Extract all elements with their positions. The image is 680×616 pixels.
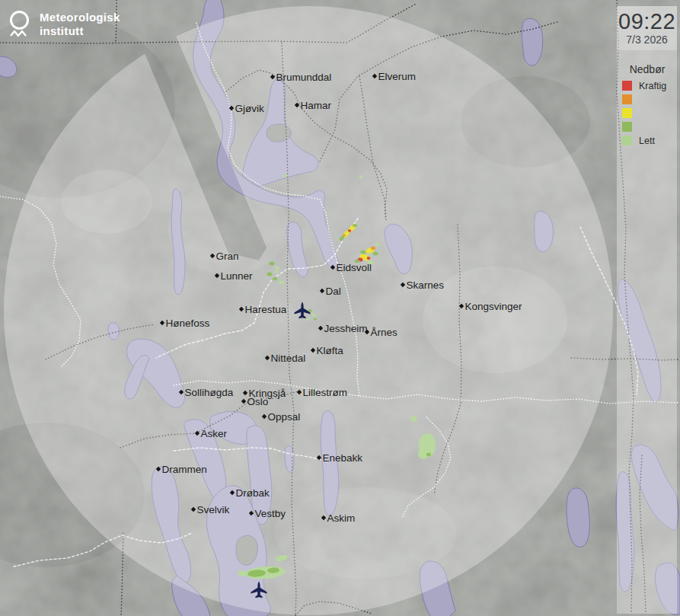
legend-item-moderate (622, 122, 677, 132)
precip-cell-light (305, 318, 309, 321)
town-label: Vestby (255, 508, 286, 519)
clock-time: 09:22 (618, 10, 675, 33)
legend-label: Kraftig (639, 81, 666, 91)
town-label: Svelvik (197, 504, 230, 515)
precip-cell-intense (343, 235, 346, 237)
legend-swatch-moderate (622, 122, 632, 132)
town-label: Asker (201, 428, 228, 439)
town-lillestrøm: Lillestrøm (297, 387, 347, 398)
legend-swatch-intense (622, 94, 632, 104)
town-label: Hamar (301, 100, 332, 111)
precipitation-legend: Nedbør Kraftig Lett (617, 63, 677, 145)
town-label: Brumunddal (276, 72, 332, 83)
town-label: Enebakk (323, 452, 363, 464)
town-label: Harestua (245, 304, 287, 315)
town-lunner: Lunner (215, 270, 253, 282)
town-label: Nittedal (271, 353, 306, 364)
town-label: Oppsal (268, 411, 301, 423)
town-label: Lunner (221, 270, 254, 282)
precip-cell-moderate (270, 262, 275, 266)
precip-cell-intense (371, 247, 375, 250)
logo-text: Meteorologisk institutt (40, 8, 120, 39)
town-label: Drammen (162, 464, 207, 475)
precip-cell-moderate (361, 251, 366, 254)
town-skarnes: Skarnes (401, 279, 444, 291)
town-label: Oslo (247, 396, 269, 407)
precip-cell-light (375, 243, 380, 246)
radar-map: BrumunddalElverumGjøvikHamarGranLunnerEi… (0, 0, 680, 616)
met-logo-icon (9, 8, 29, 37)
town-label: Sollihøgda (185, 387, 234, 398)
town-svelvik: Svelvik (191, 504, 230, 515)
town-label: Drøbak (236, 487, 270, 499)
legend-swatch-extreme (622, 81, 632, 91)
legend-item-heavy (622, 108, 677, 118)
legend-item-kraftig: Kraftig (622, 81, 677, 91)
town-brumunddal: Brumunddal (270, 72, 331, 83)
legend-title: Nedbør (622, 63, 677, 75)
town-drøbak: Drøbak (230, 487, 270, 499)
legend-item-lett: Lett (622, 136, 677, 145)
town-label: Lillestrøm (303, 387, 348, 398)
town-elverum: Elverum (372, 71, 416, 82)
town-nittedal: Nittedal (265, 353, 305, 364)
precip-cell-light (238, 570, 247, 576)
side-panel: 09:22 7/3 2026 Nedbør Kraftig (617, 6, 677, 614)
town-label: Askim (327, 512, 356, 524)
met-institute-logo: Meteorologisk institutt (9, 8, 120, 39)
town-harestua: Harestua (239, 304, 287, 315)
town-label: Elverum (378, 71, 417, 82)
town-gjøvik: Gjøvik (229, 103, 264, 114)
weather-radar-app: BrumunddalElverumGjøvikHamarGranLunnerEi… (0, 0, 680, 616)
town-vestby: Vestby (249, 508, 286, 519)
precip-cell-moderate (426, 453, 431, 457)
town-label: Kongsvinger (465, 301, 523, 312)
town-label: Gran (216, 251, 239, 262)
town-label: Kløfta (317, 345, 344, 356)
town-label: Dal (326, 286, 341, 297)
precip-cell-moderate (353, 224, 357, 227)
precip-cell-moderate (373, 252, 378, 256)
precip-cell-light (275, 267, 279, 270)
logo-line1: Meteorologisk (40, 11, 120, 24)
legend-swatch-light (622, 136, 632, 145)
town-drammen: Drammen (156, 464, 207, 475)
precip-cell-extreme (348, 229, 351, 232)
town-label: Skarnes (407, 279, 445, 291)
town-enebakk: Enebakk (317, 452, 362, 464)
logo-circle-icon (10, 11, 29, 30)
town-label: Eidsvoll (337, 262, 372, 273)
logo-line2: institutt (40, 24, 120, 38)
precip-cell-light (359, 175, 362, 177)
town-label: Jessheim (324, 323, 368, 334)
precip-cell-light (274, 270, 278, 273)
town-oppsal: Oppsal (262, 411, 300, 423)
town-label: Årnes (371, 327, 398, 338)
precip-cell-moderate (314, 318, 317, 320)
legend-item-intense (622, 94, 677, 104)
precip-cell-light (279, 281, 284, 285)
town-hønefoss: Hønefoss (160, 318, 210, 329)
clock-date: 7/3 2026 (618, 34, 675, 46)
clock: 09:22 7/3 2026 (617, 6, 677, 50)
town-eidsvoll: Eidsvoll (330, 262, 372, 273)
town-label: Gjøvik (235, 103, 264, 114)
town-kongsvinger: Kongsvinger (459, 301, 522, 312)
legend-swatch-heavy (622, 108, 632, 118)
logo-wave-icon (9, 29, 29, 38)
precip-cell-light (410, 417, 417, 422)
town-jessheim: Jessheim (318, 323, 368, 334)
precip-cell-moderate (273, 277, 277, 280)
precip-cell-extreme (367, 257, 371, 260)
radar-coverage-circle (0, 0, 680, 616)
precip-cell-moderate (267, 272, 272, 276)
town-hamar: Hamar (295, 100, 332, 111)
town-label: Hønefoss (166, 318, 210, 329)
legend-label: Lett (639, 136, 655, 146)
town-sollihøgda: Sollihøgda (179, 387, 234, 398)
